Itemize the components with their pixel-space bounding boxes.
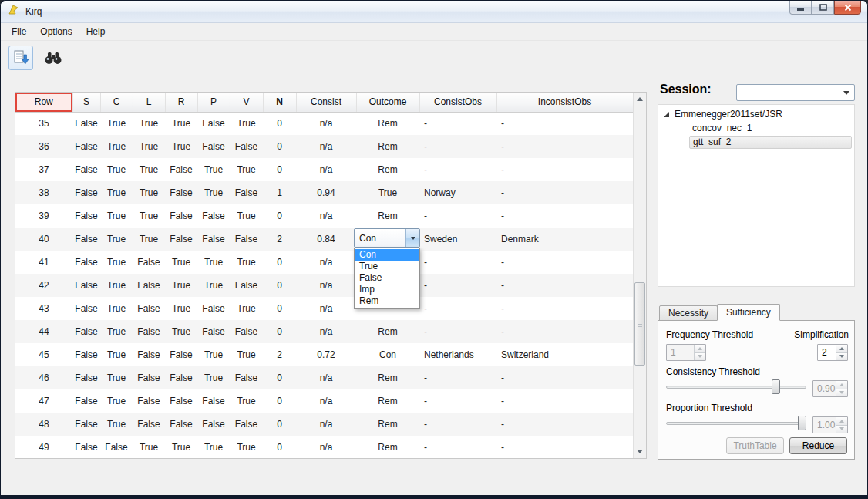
table-row-40[interactable]: 40FalseTrueTrueFalseFalseFalse20.84Swede… bbox=[15, 228, 633, 251]
cell-consistobs[interactable]: Netherlands bbox=[419, 343, 496, 366]
cell-consist[interactable]: 0.72 bbox=[296, 343, 356, 366]
cell-inconsistobs[interactable]: - bbox=[496, 297, 633, 320]
cell-n[interactable]: 0 bbox=[263, 135, 296, 158]
cell-outcome[interactable]: Rem bbox=[356, 389, 419, 413]
dropdown-option-false[interactable]: False bbox=[355, 272, 419, 284]
cell-s[interactable]: False bbox=[72, 320, 100, 343]
cell-consist[interactable]: n/a bbox=[296, 274, 356, 297]
cell-c[interactable]: True bbox=[100, 135, 133, 158]
cell-l[interactable]: False bbox=[133, 297, 165, 320]
tree-item-emmenegger2011set-jsr[interactable]: Emmenegger2011set/JSR bbox=[658, 107, 854, 121]
titlebar[interactable]: Kirq bbox=[1, 1, 867, 23]
column-header-consist[interactable]: Consist bbox=[296, 93, 356, 112]
cell-v[interactable]: False bbox=[230, 181, 263, 204]
cell-l[interactable]: True bbox=[133, 204, 165, 228]
combobox-dropdown-button[interactable] bbox=[405, 229, 419, 247]
column-header-v[interactable]: V bbox=[230, 93, 263, 112]
reduce-button[interactable]: Reduce bbox=[789, 437, 847, 454]
cell-n[interactable]: 0 bbox=[263, 436, 296, 459]
spin-up-icon[interactable] bbox=[836, 345, 847, 352]
cell-consist[interactable]: n/a bbox=[296, 251, 356, 274]
slider-handle[interactable] bbox=[772, 379, 780, 394]
cell-n[interactable]: 0 bbox=[263, 158, 296, 181]
cell-c[interactable]: True bbox=[100, 181, 133, 204]
cell-v[interactable]: False bbox=[230, 228, 263, 251]
cell-c[interactable]: True bbox=[100, 389, 133, 413]
cell-l[interactable]: False bbox=[133, 251, 165, 274]
cell-p[interactable]: False bbox=[197, 135, 230, 158]
cell-n[interactable]: 0 bbox=[263, 274, 296, 297]
table-row-45[interactable]: 45FalseTrueFalseFalseTrueTrue20.72ConNet… bbox=[15, 343, 633, 366]
cell-row[interactable]: 44 bbox=[15, 320, 72, 343]
table-row-46[interactable]: 46FalseTrueFalseFalseTrueFalse0n/aRem-- bbox=[15, 366, 633, 389]
cell-s[interactable]: False bbox=[72, 413, 100, 436]
cell-consistobs[interactable]: - bbox=[419, 158, 496, 181]
cell-row[interactable]: 48 bbox=[15, 413, 72, 436]
cell-consist[interactable]: 0.84 bbox=[296, 228, 356, 251]
cell-outcome[interactable]: Rem bbox=[356, 112, 419, 135]
cell-c[interactable]: True bbox=[100, 228, 133, 251]
cell-l[interactable]: True bbox=[133, 228, 165, 251]
cell-c[interactable]: True bbox=[100, 297, 133, 320]
cell-n[interactable]: 0 bbox=[263, 413, 296, 436]
cell-consist[interactable]: n/a bbox=[296, 204, 356, 228]
table-row-49[interactable]: 49FalseFalseTrueTrueTrueTrue0n/aRem-- bbox=[15, 436, 633, 459]
cell-n[interactable]: 0 bbox=[263, 112, 296, 135]
cell-row[interactable]: 39 bbox=[15, 204, 72, 228]
cell-row[interactable]: 35 bbox=[15, 112, 72, 135]
cell-s[interactable]: False bbox=[72, 112, 100, 135]
cell-r[interactable]: False bbox=[165, 181, 197, 204]
cell-inconsistobs[interactable]: - bbox=[496, 274, 633, 297]
cell-l[interactable]: False bbox=[133, 389, 165, 413]
table-row-42[interactable]: 42FalseTrueFalseTrueTrueFalse0n/a-- bbox=[15, 274, 633, 297]
table-row-36[interactable]: 36FalseTrueTrueTrueFalseFalse0n/aRem-- bbox=[15, 135, 633, 158]
cell-row[interactable]: 43 bbox=[15, 297, 72, 320]
cell-p[interactable]: True bbox=[197, 274, 230, 297]
cell-s[interactable]: False bbox=[72, 389, 100, 413]
cell-outcome[interactable]: Rem bbox=[356, 436, 419, 459]
cell-consistobs[interactable]: Sweden bbox=[419, 228, 496, 251]
column-header-inconsistobs[interactable]: InconsistObs bbox=[496, 93, 633, 112]
cell-c[interactable]: True bbox=[100, 343, 133, 366]
cell-l[interactable]: False bbox=[133, 274, 165, 297]
cell-consistobs[interactable]: - bbox=[419, 366, 496, 389]
cell-p[interactable]: True bbox=[197, 181, 230, 204]
cell-consistobs[interactable]: - bbox=[419, 274, 496, 297]
cell-v[interactable]: True bbox=[230, 204, 263, 228]
cell-outcome[interactable]: Rem bbox=[356, 204, 419, 228]
column-header-l[interactable]: L bbox=[133, 93, 165, 112]
cell-v[interactable]: False bbox=[230, 320, 263, 343]
cell-row[interactable]: 46 bbox=[15, 366, 72, 389]
cell-p[interactable]: True bbox=[197, 366, 230, 389]
cell-v[interactable]: True bbox=[230, 112, 263, 135]
cell-s[interactable]: False bbox=[72, 251, 100, 274]
cell-inconsistobs[interactable]: - bbox=[496, 135, 633, 158]
cell-s[interactable]: False bbox=[72, 135, 100, 158]
cell-p[interactable]: True bbox=[197, 251, 230, 274]
proportion-slider[interactable] bbox=[666, 416, 806, 431]
cell-outcome[interactable]: Con bbox=[356, 343, 419, 366]
cell-n[interactable]: 0 bbox=[263, 366, 296, 389]
column-header-c[interactable]: C bbox=[100, 93, 133, 112]
column-header-consistobs[interactable]: ConsistObs bbox=[419, 93, 496, 112]
cell-l[interactable]: True bbox=[133, 436, 165, 459]
cell-c[interactable]: True bbox=[100, 112, 133, 135]
table-row-43[interactable]: 43FalseTrueFalseTrueFalseTrue0n/a-- bbox=[15, 297, 633, 320]
cell-v[interactable]: False bbox=[230, 413, 263, 436]
spinner-buttons[interactable] bbox=[836, 345, 847, 360]
cell-r[interactable]: False bbox=[165, 366, 197, 389]
cell-n[interactable]: 0 bbox=[263, 297, 296, 320]
cell-v[interactable]: False bbox=[230, 274, 263, 297]
cell-consist[interactable]: n/a bbox=[296, 297, 356, 320]
cell-l[interactable]: False bbox=[133, 413, 165, 436]
cell-r[interactable]: True bbox=[165, 135, 197, 158]
spin-down-icon[interactable] bbox=[836, 352, 847, 361]
cell-n[interactable]: 0 bbox=[263, 389, 296, 413]
cell-p[interactable]: True bbox=[197, 158, 230, 181]
cell-v[interactable]: True bbox=[230, 436, 263, 459]
cell-consistobs[interactable]: - bbox=[419, 297, 496, 320]
cell-row[interactable]: 41 bbox=[15, 251, 72, 274]
cell-outcome[interactable]: Rem bbox=[356, 413, 419, 436]
column-header-row[interactable]: Row bbox=[15, 93, 72, 112]
table-row-48[interactable]: 48FalseTrueFalseFalseFalseFalse0n/aRem-- bbox=[15, 413, 633, 436]
